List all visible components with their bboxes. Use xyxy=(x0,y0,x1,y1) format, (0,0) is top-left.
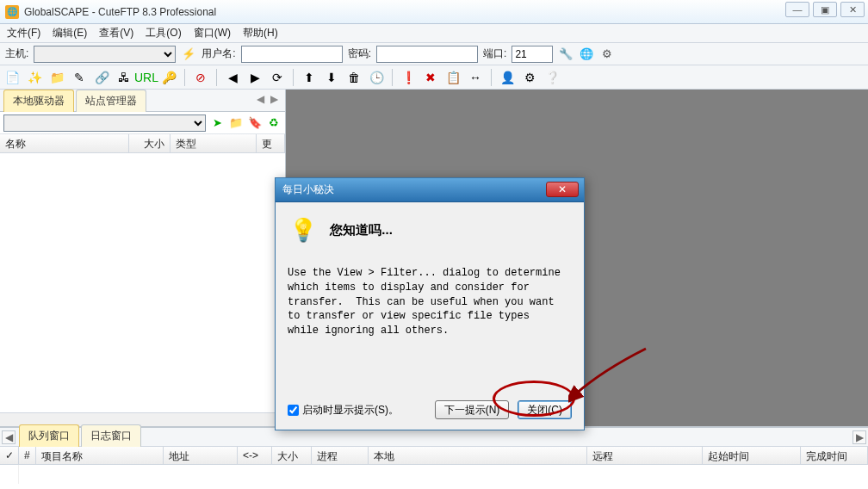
menu-edit[interactable]: 编辑(E) xyxy=(53,26,87,40)
go-icon[interactable]: ➤ xyxy=(209,115,225,131)
col-address[interactable]: 地址 xyxy=(164,447,238,464)
close-dialog-button[interactable]: 关闭(C) xyxy=(518,400,572,419)
upload-icon[interactable]: ⬆ xyxy=(301,69,318,86)
download-icon[interactable]: ⬇ xyxy=(323,69,340,86)
host-input[interactable] xyxy=(34,46,176,63)
next-tip-button[interactable]: 下一提示(N) xyxy=(435,400,510,419)
minimize-button[interactable]: — xyxy=(785,2,809,17)
tab-scroll: ◀ ▶ xyxy=(254,93,280,105)
dialog-close-x-button[interactable]: ✕ xyxy=(546,182,579,197)
tab-site-manager[interactable]: 站点管理器 xyxy=(76,90,146,112)
gear-icon[interactable]: ⚙ xyxy=(599,46,615,62)
lightbulb-icon: 💡 xyxy=(288,214,319,245)
tab-scroll-right-icon[interactable]: ▶ xyxy=(268,93,280,105)
local-file-list[interactable] xyxy=(0,153,285,412)
bottom-scroll-right-icon[interactable]: ▶ xyxy=(852,430,866,444)
user-label: 用户名: xyxy=(202,46,235,61)
col-check[interactable]: ✓ xyxy=(0,447,19,464)
col-more[interactable]: 更 xyxy=(257,134,285,152)
up-folder-icon[interactable]: 📁 xyxy=(228,115,244,131)
col-type[interactable]: 类型 xyxy=(170,134,257,152)
clock-icon[interactable]: 🕒 xyxy=(368,69,385,86)
tab-log-window[interactable]: 日志窗口 xyxy=(81,424,141,447)
bottom-scroll-left-icon[interactable]: ◀ xyxy=(2,430,16,444)
col-qsize[interactable]: 大小 xyxy=(272,447,312,464)
delete-icon[interactable]: 🗑 xyxy=(345,69,363,86)
left-tabs: 本地驱动器 站点管理器 ◀ ▶ xyxy=(0,90,285,112)
port-input[interactable] xyxy=(512,46,553,63)
separator xyxy=(184,69,185,86)
user-icon[interactable]: 👤 xyxy=(499,69,516,86)
local-path-bar: ➤ 📁 🔖 ♻ xyxy=(0,112,285,134)
col-itemname[interactable]: 项目名称 xyxy=(36,447,164,464)
main-toolbar: 📄 ✨ 📁 ✎ 🔗 🖧 URL 🔑 ⊘ ◀ ▶ ⟳ ⬆ ⬇ 🗑 🕒 ❗ ✖ 📋 … xyxy=(0,65,868,90)
close-window-button[interactable]: ✕ xyxy=(840,2,865,17)
col-size[interactable]: 大小 xyxy=(129,134,170,152)
host-label: 主机: xyxy=(5,46,28,61)
back-icon[interactable]: ◀ xyxy=(224,69,241,86)
local-pane: 本地驱动器 站点管理器 ◀ ▶ ➤ 📁 🔖 ♻ 名称 大小 类型 更 xyxy=(0,90,286,426)
col-local[interactable]: 本地 xyxy=(369,447,587,464)
url-icon[interactable]: URL xyxy=(138,69,155,86)
separator xyxy=(293,69,294,86)
show-on-startup-input[interactable] xyxy=(288,405,299,416)
local-path-input[interactable] xyxy=(3,115,206,132)
app-icon: 🌐 xyxy=(5,5,19,19)
col-direction[interactable]: <-> xyxy=(238,447,272,464)
transfer-icon[interactable]: ↔ xyxy=(467,69,484,86)
show-on-startup-checkbox[interactable]: 启动时显示提示(S)。 xyxy=(288,403,399,418)
link-icon[interactable]: 🔗 xyxy=(93,69,110,86)
settings-icon[interactable]: ⚙ xyxy=(521,69,538,86)
show-on-startup-label: 启动时显示提示(S)。 xyxy=(302,403,399,418)
refresh2-icon[interactable]: ♻ xyxy=(266,115,282,131)
wizard-icon[interactable]: ✨ xyxy=(26,69,43,86)
tip-of-day-dialog: 每日小秘决 ✕ 💡 您知道吗... Use the View > Filter.… xyxy=(275,177,585,430)
sync-icon[interactable]: 🖧 xyxy=(115,69,133,86)
separator xyxy=(491,69,492,86)
maximize-button[interactable]: ▣ xyxy=(813,2,837,17)
pass-label: 密码: xyxy=(348,46,371,61)
menu-file[interactable]: 文件(F) xyxy=(7,26,40,40)
col-start-time[interactable]: 起始时间 xyxy=(703,447,801,464)
did-you-know-heading: 您知道吗... xyxy=(330,222,393,238)
menu-help[interactable]: 帮助(H) xyxy=(243,26,278,40)
stop-icon[interactable]: ✖ xyxy=(422,69,439,86)
queue-header: ✓ # 项目名称 地址 <-> 大小 进程 本地 远程 起始时间 完成时间 xyxy=(0,446,868,465)
dialog-title-bar: 每日小秘决 ✕ xyxy=(276,178,584,202)
bookmark-icon[interactable]: 🔖 xyxy=(247,115,263,131)
password-input[interactable] xyxy=(376,46,478,63)
menu-window[interactable]: 窗口(W) xyxy=(194,26,231,40)
separator xyxy=(392,69,393,86)
username-input[interactable] xyxy=(241,46,343,63)
tab-queue-window[interactable]: 队列窗口 xyxy=(19,424,79,447)
queue-body[interactable] xyxy=(0,465,868,484)
key-icon[interactable]: 🔑 xyxy=(160,69,177,86)
calendar-icon[interactable]: 📋 xyxy=(444,69,462,86)
separator xyxy=(216,69,217,86)
refresh-icon[interactable]: ⟳ xyxy=(269,69,286,86)
window-title: GlobalSCAPE - CuteFTP 8.3 Professional xyxy=(24,6,216,18)
connect-icon[interactable]: ⚡ xyxy=(181,46,196,62)
col-end-time[interactable]: 完成时间 xyxy=(801,447,868,464)
help-icon[interactable]: ❔ xyxy=(543,69,561,86)
globe-icon[interactable]: 🌐 xyxy=(579,46,594,62)
port-label: 端口: xyxy=(483,46,506,61)
menu-tools[interactable]: 工具(O) xyxy=(146,26,181,40)
tab-local-drives[interactable]: 本地驱动器 xyxy=(3,90,74,112)
tab-scroll-left-icon[interactable]: ◀ xyxy=(254,93,266,105)
edit-icon[interactable]: ✎ xyxy=(71,69,88,86)
forward-icon[interactable]: ▶ xyxy=(246,69,264,86)
col-name[interactable]: 名称 xyxy=(0,134,129,152)
col-num[interactable]: # xyxy=(19,447,36,464)
col-remote[interactable]: 远程 xyxy=(587,447,703,464)
menu-view[interactable]: 查看(V) xyxy=(99,26,133,40)
dialog-title: 每日小秘决 xyxy=(282,183,334,197)
col-progress[interactable]: 进程 xyxy=(312,447,369,464)
new-icon[interactable]: 📄 xyxy=(3,69,21,86)
cancel-icon[interactable]: ⊘ xyxy=(192,69,209,86)
folder-icon[interactable]: 📁 xyxy=(48,69,65,86)
tip-text: Use the View > Filter... dialog to deter… xyxy=(288,266,572,338)
info-icon[interactable]: ❗ xyxy=(400,69,417,86)
wand-icon[interactable]: 🔧 xyxy=(558,46,574,62)
window-title-bar: 🌐 GlobalSCAPE - CuteFTP 8.3 Professional… xyxy=(0,0,868,24)
